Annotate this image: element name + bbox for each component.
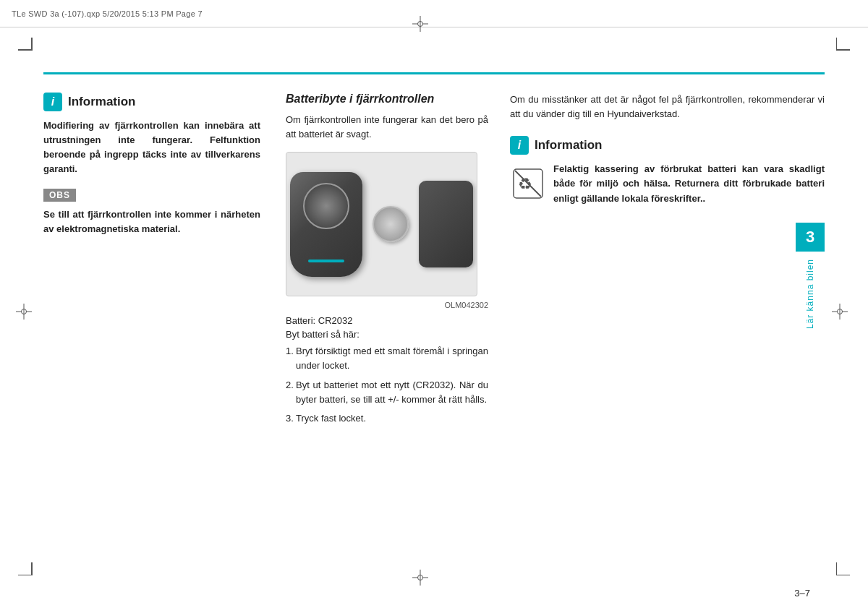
- corner-dash-tl-v: [31, 38, 33, 51]
- main-content: i Information Modifiering av fjärrkontro…: [43, 78, 825, 570]
- header-bar: TLe SWD 3a (-107).qxp 5/20/2015 5:13 PM …: [0, 0, 868, 27]
- corner-dash-br-v: [836, 562, 838, 575]
- crosshair-top: [412, 16, 428, 32]
- info-title-left: Information: [68, 95, 136, 109]
- step-3-text: Tryck fast locket.: [296, 413, 366, 424]
- svg-text:♻: ♻: [518, 175, 532, 193]
- corner-dash-bl-v: [31, 562, 33, 575]
- info-icon-left: i: [43, 93, 62, 111]
- obs-label: OBS: [43, 189, 76, 202]
- image-caption: OLM042302: [286, 301, 488, 309]
- step-3: 3. Tryck fast locket.: [286, 411, 488, 426]
- header-text: TLe SWD 3a (-107).qxp 5/20/2015 5:13 PM …: [12, 9, 203, 18]
- step-1-text: Bryt försiktigt med ett smalt föremål i …: [296, 346, 488, 371]
- page-tab-label: Lär känna bilen: [805, 259, 815, 329]
- recycling-box: ♻ Felaktig kassering av förbrukat batter…: [510, 162, 825, 205]
- right-column: Om du misstänker att det är något fel på…: [499, 78, 825, 570]
- obs-text: Se till att fjärrkontrollen inte kommer …: [43, 207, 260, 236]
- info-box-left: i Information: [43, 93, 260, 111]
- corner-dash-bl-h: [18, 575, 31, 576]
- cyan-line: [43, 72, 825, 74]
- step-1: 1. Bryt försiktigt med ett smalt föremål…: [286, 344, 488, 373]
- crosshair-right: [832, 304, 848, 320]
- step-2-num: 2.: [286, 378, 294, 393]
- corner-dash-br-h: [837, 575, 850, 576]
- fob-main: [290, 172, 362, 277]
- bottom-page-number: 3–7: [794, 588, 810, 599]
- corner-dash-tr-h: [837, 49, 850, 51]
- left-column: i Information Modifiering av fjärrkontro…: [43, 78, 275, 570]
- step-3-num: 3.: [286, 411, 294, 426]
- battery-title: Batteribyte i fjärrkontrollen: [286, 93, 488, 106]
- fob-back: [419, 181, 473, 267]
- corner-dash-tl-h: [18, 49, 31, 51]
- step-2-text: Byt ut batteriet mot ett nytt (CR2032). …: [296, 380, 488, 405]
- middle-column: Batteribyte i fjärrkontrollen Om fjärrko…: [275, 78, 499, 570]
- right-intro: Om du misstänker att det är något fel på…: [510, 93, 825, 121]
- battery-coin: [373, 206, 409, 242]
- page-number: 3: [796, 223, 825, 252]
- info-box-right: i Information: [510, 136, 825, 155]
- crosshair-bottom: [412, 570, 428, 586]
- crosshair-left: [16, 304, 32, 320]
- fob-container: [286, 153, 477, 296]
- battery-steps-intro: Byt batteri så här:: [286, 329, 488, 340]
- recycling-text: Felaktig kassering av förbrukat batteri …: [553, 162, 825, 205]
- battery-image: [286, 152, 477, 296]
- recycling-icon: ♻: [510, 166, 546, 202]
- corner-dash-tr-v: [836, 38, 838, 51]
- page-tab: 3 Lär känna bilen: [796, 223, 825, 329]
- step-2: 2. Byt ut batteriet mot ett nytt (CR2032…: [286, 378, 488, 407]
- info-icon-right: i: [510, 136, 529, 155]
- battery-intro: Om fjärrkontrollen inte fungerar kan det…: [286, 113, 488, 142]
- info-text: Modifiering av fjärrkontrollen kan inneb…: [43, 119, 260, 177]
- battery-type: Batteri: CR2032: [286, 315, 488, 326]
- step-1-num: 1.: [286, 344, 294, 359]
- info-title-right: Information: [535, 138, 603, 153]
- steps-list: 1. Bryt försiktigt med ett smalt föremål…: [286, 344, 488, 426]
